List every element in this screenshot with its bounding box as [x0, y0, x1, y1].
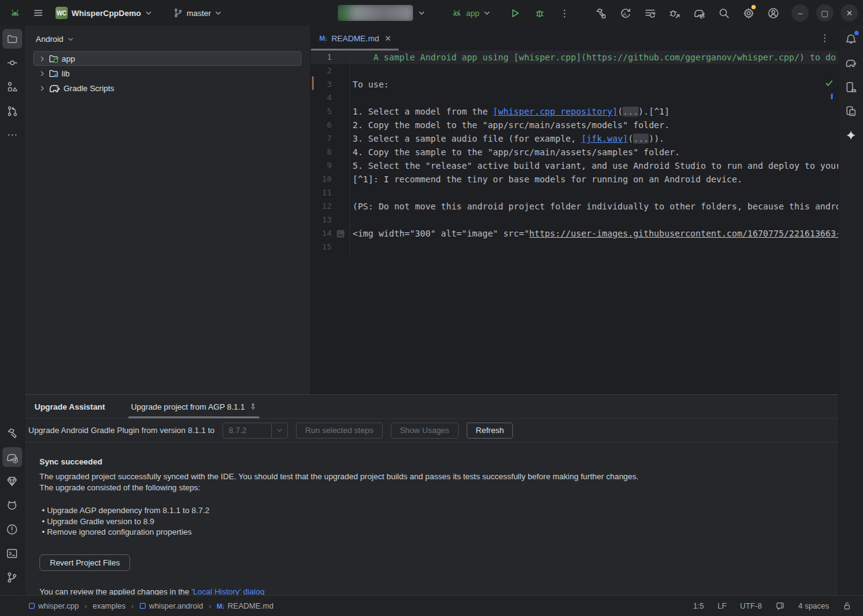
tree-item-label: app	[62, 54, 75, 63]
inline-link[interactable]: [whisper.cpp repository]	[493, 107, 618, 116]
editor-line[interactable]: 73. Select a sample audio file (for exam…	[311, 132, 838, 145]
project-folder-icon[interactable]	[2, 29, 22, 49]
image-preview-icon[interactable]	[332, 227, 350, 240]
tab-upgrade-project[interactable]: Upgrade project from AGP 8.1.1	[123, 395, 264, 418]
tree-item-app[interactable]: app	[33, 51, 301, 66]
gradle-sync-icon[interactable]	[689, 3, 709, 23]
window-close-button[interactable]: ✕	[841, 4, 858, 22]
editor-line[interactable]: 62. Copy the model to the "app/src/main/…	[311, 118, 838, 132]
account-icon[interactable]	[763, 3, 783, 23]
agp-version-value: 8.7.2	[223, 426, 271, 435]
running-devices-icon[interactable]	[841, 101, 861, 121]
editor-line[interactable]: 12(PS: Do not move this android project …	[311, 200, 838, 213]
version-control-icon[interactable]	[2, 567, 22, 587]
chevron-right-icon[interactable]	[39, 55, 46, 62]
chevron-right-icon[interactable]	[39, 85, 46, 92]
device-manager-icon[interactable]	[841, 77, 861, 97]
folded-region[interactable]: ...	[623, 107, 638, 116]
vcs-branch-widget[interactable]: master	[170, 4, 226, 22]
project-view-selector[interactable]: Android	[25, 26, 310, 50]
editor-line[interactable]: 1 A sample Android app using [whisper.cp…	[311, 51, 838, 64]
gradle-elephant-icon[interactable]	[841, 53, 861, 73]
close-icon[interactable]: ✕	[385, 34, 391, 43]
show-usages-button[interactable]: Show Usages	[391, 423, 459, 439]
problems-icon[interactable]	[2, 519, 22, 539]
run-configuration-name: app	[466, 9, 480, 18]
apply-code-changes-icon[interactable]	[640, 3, 660, 23]
upgrade-step-item: Upgrade Gradle version to 8.9	[42, 516, 838, 527]
sync-status-line2: The upgrade consisted of the following s…	[39, 482, 838, 493]
debug-button[interactable]	[530, 3, 550, 23]
breadcrumb-item[interactable]: M↓ README.md	[217, 602, 274, 610]
tree-item-lib[interactable]: lib	[33, 66, 301, 81]
gemini-sparkle-icon[interactable]	[841, 125, 861, 145]
build-tool-icon[interactable]	[2, 423, 22, 443]
device-selector-redacted[interactable]	[338, 5, 413, 21]
chevron-right-icon[interactable]	[39, 70, 46, 77]
line-number: 5	[311, 105, 332, 118]
build-hammer-icon[interactable]	[591, 3, 610, 23]
app-insights-icon[interactable]	[2, 471, 22, 491]
resource-manager-icon[interactable]	[2, 77, 22, 97]
chevron-down-icon	[483, 9, 491, 17]
breadcrumb-item[interactable]: whisper.cpp	[28, 602, 79, 610]
breadcrumb-separator: ›	[131, 602, 134, 610]
run-configuration-widget[interactable]: app	[448, 4, 494, 22]
terminal-icon[interactable]	[2, 543, 22, 563]
more-actions-kebab-icon[interactable]: ⋮	[555, 3, 575, 23]
breadcrumb-item[interactable]: whisper.android	[139, 602, 203, 610]
editor-line[interactable]: 13	[311, 213, 838, 227]
run-button[interactable]	[505, 3, 525, 23]
inline-link[interactable]: [jfk.wav]	[581, 134, 628, 144]
editor-line[interactable]: 2	[311, 64, 838, 78]
indent-widget[interactable]: 4 spaces	[798, 602, 829, 610]
editor-notifications-icon[interactable]	[775, 601, 785, 610]
notifications-bell-icon[interactable]	[841, 29, 861, 49]
tree-item-gradle-scripts[interactable]: Gradle Scripts	[33, 81, 301, 95]
editor-line[interactable]: 3To use:	[311, 78, 838, 91]
upgrade-assistant-icon[interactable]	[2, 447, 22, 467]
search-everywhere-icon[interactable]	[714, 3, 734, 23]
editor-line[interactable]: 15	[311, 240, 838, 254]
code-text: 2. Copy the model to the "app/src/main/a…	[353, 120, 669, 130]
commit-icon[interactable]	[2, 53, 22, 73]
revert-project-files-button[interactable]: Revert Project Files	[39, 554, 130, 571]
editor-code[interactable]: 1 A sample Android app using [whisper.cp…	[311, 51, 838, 254]
main-menu-hamburger-icon[interactable]	[28, 3, 48, 23]
pull-requests-icon[interactable]	[2, 101, 22, 121]
more-tools-icon[interactable]	[2, 125, 22, 145]
editor-line[interactable]: 51. Select a model from the [whisper.cpp…	[311, 105, 838, 118]
encoding-widget[interactable]: UTF-8	[740, 602, 762, 610]
refresh-button[interactable]: Refresh	[467, 423, 513, 439]
breadcrumb-item[interactable]: examples	[92, 602, 126, 610]
editor-line[interactable]: 95. Select the "release" active build va…	[311, 159, 838, 172]
lock-icon[interactable]	[843, 601, 852, 610]
window-maximize-button[interactable]: ▢	[816, 4, 833, 22]
code-text: (	[628, 134, 633, 144]
apply-changes-icon[interactable]: A	[615, 3, 635, 23]
editor-line[interactable]: 11	[311, 186, 838, 200]
logcat-icon[interactable]	[2, 495, 22, 515]
editor-line[interactable]: 4	[311, 91, 838, 105]
project-view-mode: Android	[36, 34, 63, 44]
chevron-down-icon	[67, 36, 74, 43]
settings-gear-icon[interactable]	[738, 3, 758, 23]
profiler-icon[interactable]	[665, 3, 684, 23]
window-minimize-button[interactable]: –	[791, 4, 809, 22]
editor-line[interactable]: 10[^1]: I recommend the tiny or base mod…	[311, 172, 838, 186]
line-ending-widget[interactable]: LF	[718, 602, 727, 610]
editor-line[interactable]: 84. Copy the sample to the "app/src/main…	[311, 145, 838, 159]
editor-options-kebab-icon[interactable]: ⋮	[820, 32, 830, 44]
chevron-down-icon[interactable]	[418, 9, 425, 17]
inspections-ok-check-icon[interactable]	[825, 79, 833, 87]
badge-dot	[854, 31, 859, 35]
run-selected-steps-button[interactable]: Run selected steps	[296, 423, 383, 439]
tab-readme[interactable]: M↓ README.md ✕	[311, 26, 399, 51]
tab-label: Upgrade project from AGP 8.1.1	[131, 402, 245, 411]
agp-version-select[interactable]: 8.7.2	[223, 423, 288, 439]
folded-region[interactable]: ...	[633, 134, 648, 144]
project-widget[interactable]: WC WhisperCppDemo	[52, 4, 156, 22]
pin-icon[interactable]	[249, 403, 257, 411]
editor-line[interactable]: 14<img width="300" alt="image" src="http…	[311, 227, 838, 240]
caret-position-widget[interactable]: 1:5	[693, 602, 704, 610]
